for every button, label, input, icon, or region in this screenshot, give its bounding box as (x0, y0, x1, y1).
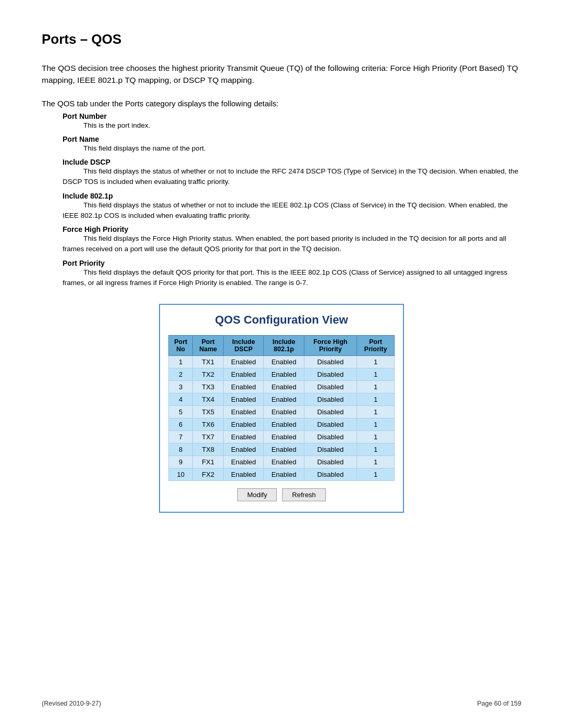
table-header-cell: Force HighPriority (304, 336, 357, 356)
table-cell: Enabled (264, 393, 304, 406)
field-item: Port PriorityThis field displays the def… (63, 259, 521, 289)
table-cell: TX7 (193, 431, 224, 443)
table-cell: Enabled (224, 431, 264, 443)
field-desc: This is the port index. (83, 121, 150, 129)
button-row: Modify Refresh (168, 488, 395, 501)
table-cell: Enabled (264, 418, 304, 431)
table-cell: Disabled (304, 381, 357, 393)
page-title: Ports – QOS (42, 31, 521, 47)
table-cell: 1 (357, 381, 395, 393)
table-cell: Enabled (264, 406, 304, 418)
field-desc: This field displays the default QOS prio… (63, 268, 507, 287)
field-desc: This field displays the name of the port… (83, 144, 206, 152)
table-cell: Enabled (264, 468, 304, 481)
table-row: 6TX6EnabledEnabledDisabled1 (169, 418, 395, 431)
table-cell: TX5 (193, 406, 224, 418)
table-header-cell: IncludeDSCP (224, 336, 264, 356)
table-cell: Enabled (224, 443, 264, 456)
table-cell: 4 (169, 393, 193, 406)
table-header-cell: PortNo (169, 336, 193, 356)
table-cell: 10 (169, 468, 193, 481)
table-cell: Enabled (264, 356, 304, 368)
table-cell: 1 (357, 406, 395, 418)
modify-button[interactable]: Modify (237, 488, 277, 501)
table-header-cell: Include802.1p (264, 336, 304, 356)
table-cell: 1 (357, 368, 395, 381)
table-cell: Enabled (224, 456, 264, 468)
table-cell: Enabled (224, 393, 264, 406)
table-cell: Enabled (264, 368, 304, 381)
field-item: Include 802.1pThis field displays the st… (63, 192, 521, 221)
table-cell: Disabled (304, 406, 357, 418)
table-row: 10FX2EnabledEnabledDisabled1 (169, 468, 395, 481)
field-desc: This field displays the status of whethe… (63, 201, 508, 219)
table-cell: TX3 (193, 381, 224, 393)
table-cell: Enabled (224, 406, 264, 418)
table-cell: Enabled (264, 443, 304, 456)
table-row: 3TX3EnabledEnabledDisabled1 (169, 381, 395, 393)
table-cell: 7 (169, 431, 193, 443)
table-cell: Enabled (224, 418, 264, 431)
table-cell: 1 (357, 356, 395, 368)
table-row: 4TX4EnabledEnabledDisabled1 (169, 393, 395, 406)
table-cell: 3 (169, 381, 193, 393)
qos-config-table-container: QOS Configuration View PortNoPortNameInc… (159, 304, 404, 513)
footer: (Revised 2010-9-27) Page 60 of 159 (42, 700, 521, 707)
table-cell: 5 (169, 406, 193, 418)
header-row: PortNoPortNameIncludeDSCPInclude802.1pFo… (169, 336, 395, 356)
table-cell: Enabled (264, 431, 304, 443)
table-row: 1TX1EnabledEnabledDisabled1 (169, 356, 395, 368)
field-item: Force High PriorityThis field displays t… (63, 225, 521, 255)
footer-right: Page 60 of 159 (477, 700, 521, 707)
table-cell: 1 (357, 393, 395, 406)
table-cell: Disabled (304, 431, 357, 443)
table-cell: Enabled (224, 468, 264, 481)
table-cell: FX1 (193, 456, 224, 468)
table-cell: TX4 (193, 393, 224, 406)
table-cell: Disabled (304, 393, 357, 406)
section-intro: The QOS tab under the Ports category dis… (42, 99, 521, 108)
field-name: Force High Priority (63, 225, 521, 233)
table-cell: Enabled (264, 381, 304, 393)
field-item: Port NumberThis is the port index. (63, 112, 521, 131)
table-row: 2TX2EnabledEnabledDisabled1 (169, 368, 395, 381)
table-cell: Disabled (304, 468, 357, 481)
intro-paragraph: The QOS decision tree chooses the highes… (42, 62, 521, 87)
table-row: 9FX1EnabledEnabledDisabled1 (169, 456, 395, 468)
field-name: Include 802.1p (63, 192, 521, 200)
table-row: 7TX7EnabledEnabledDisabled1 (169, 431, 395, 443)
table-cell: TX8 (193, 443, 224, 456)
table-cell: Disabled (304, 443, 357, 456)
field-item: Port NameThis field displays the name of… (63, 135, 521, 154)
table-cell: 1 (357, 443, 395, 456)
table-cell: FX2 (193, 468, 224, 481)
table-cell: Enabled (224, 356, 264, 368)
table-header: PortNoPortNameIncludeDSCPInclude802.1pFo… (169, 336, 395, 356)
table-cell: Disabled (304, 418, 357, 431)
field-name: Port Number (63, 112, 521, 120)
table-cell: TX2 (193, 368, 224, 381)
field-name: Port Priority (63, 259, 521, 267)
table-cell: TX6 (193, 418, 224, 431)
qos-table: PortNoPortNameIncludeDSCPInclude802.1pFo… (168, 335, 395, 481)
table-cell: Enabled (224, 381, 264, 393)
table-cell: 1 (357, 418, 395, 431)
table-cell: 1 (357, 431, 395, 443)
field-list: Port NumberThis is the port index.Port N… (63, 112, 521, 289)
table-cell: TX1 (193, 356, 224, 368)
footer-left: (Revised 2010-9-27) (42, 700, 101, 707)
table-cell: 2 (169, 368, 193, 381)
field-desc: This field displays the status of whethe… (63, 167, 518, 186)
table-cell: 1 (169, 356, 193, 368)
table-cell: 8 (169, 443, 193, 456)
table-header-cell: PortName (193, 336, 224, 356)
table-cell: 1 (357, 468, 395, 481)
table-header-cell: PortPriority (357, 336, 395, 356)
refresh-button[interactable]: Refresh (282, 488, 326, 501)
table-row: 5TX5EnabledEnabledDisabled1 (169, 406, 395, 418)
table-row: 8TX8EnabledEnabledDisabled1 (169, 443, 395, 456)
table-cell: Disabled (304, 356, 357, 368)
table-cell: Enabled (264, 456, 304, 468)
table-title: QOS Configuration View (168, 313, 395, 327)
table-cell: 1 (357, 456, 395, 468)
